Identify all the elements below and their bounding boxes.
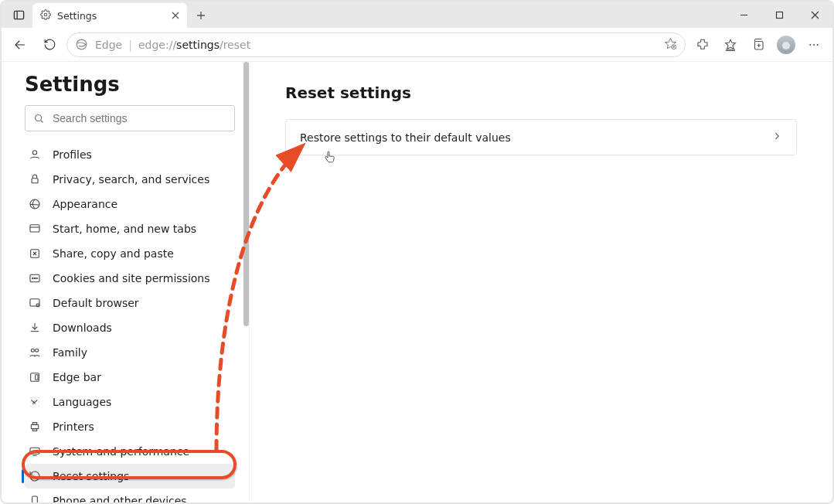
sidebar-item-appearance[interactable]: Appearance [25,192,235,216]
tab-actions-icon[interactable] [11,7,26,22]
sidebar-item-phone-and-other-devices[interactable]: Phone and other devices [25,489,235,502]
settings-main: Reset settings Restore settings to their… [249,62,832,502]
sidebar-scrollbar[interactable] [243,62,249,502]
profile-avatar[interactable] [774,32,798,57]
minimize-button[interactable] [726,2,761,28]
svg-point-26 [36,114,42,121]
favorite-star-icon[interactable] [664,37,677,53]
nav-label: Phone and other devices [53,495,187,502]
nav-label: Printers [53,421,94,433]
svg-line-27 [41,120,43,122]
settings-nav: ProfilesPrivacy, search, and servicesApp… [25,142,235,502]
address-site-label: Edge [95,39,122,51]
restore-defaults-card[interactable]: Restore settings to their default values [285,119,797,155]
extensions-icon[interactable] [690,32,715,57]
svg-point-12 [77,39,87,49]
svg-point-23 [809,43,811,45]
svg-rect-31 [30,225,39,232]
nav-label: Share, copy and paste [53,247,174,260]
svg-point-35 [32,278,33,278]
edge-logo-icon [75,38,89,52]
nav-icon [28,421,42,433]
card-label: Restore settings to their default values [300,131,511,144]
nav-label: Languages [53,396,111,408]
svg-rect-47 [31,424,38,428]
back-button[interactable] [8,32,32,57]
sidebar-item-profiles[interactable]: Profiles [25,142,235,167]
window-controls [726,2,832,28]
nav-label: System and performance [53,445,189,458]
nav-icon [28,445,42,458]
nav-label: Reset settings [53,470,129,482]
svg-rect-8 [776,12,782,18]
nav-icon [28,470,42,482]
favorites-icon[interactable] [718,32,743,57]
sidebar-item-privacy-search-and-services[interactable]: Privacy, search, and services [25,167,235,192]
nav-icon [28,173,42,186]
sidebar-item-system-and-performance[interactable]: System and performance [25,439,235,464]
svg-point-25 [817,43,819,45]
sidebar-item-family[interactable]: Family [25,340,235,365]
svg-rect-29 [32,179,38,183]
search-icon [33,113,45,124]
sidebar-item-default-browser[interactable]: Default browser [25,291,235,315]
svg-point-36 [34,278,35,278]
settings-sidebar: Settings ProfilesPrivacy, search, and se… [2,62,249,502]
refresh-button[interactable] [37,32,62,57]
collections-icon[interactable] [746,32,771,57]
nav-label: Cookies and site permissions [53,272,210,284]
svg-point-2 [44,13,47,16]
sidebar-item-printers[interactable]: Printers [25,414,235,439]
svg-rect-45 [36,375,38,380]
address-url: edge://settings/reset [138,39,250,51]
chevron-right-icon [771,131,782,144]
nav-icon [28,322,42,334]
browser-tab[interactable]: Settings [32,3,187,28]
sidebar-item-edge-bar[interactable]: Edge bar [25,365,235,390]
sidebar-item-share-copy-and-paste[interactable]: Share, copy and paste [25,241,235,266]
svg-rect-50 [30,448,39,454]
close-icon[interactable] [172,9,179,22]
nav-label: Appearance [53,198,117,210]
nav-icon: A [28,396,42,408]
nav-icon [28,495,42,502]
nav-icon [28,247,42,260]
close-window-button[interactable] [797,2,832,28]
sidebar-item-start-home-and-new-tabs[interactable]: Start, home, and new tabs [25,216,235,241]
nav-icon [28,371,42,383]
svg-rect-52 [32,496,38,502]
titlebar: Settings [2,2,832,28]
search-settings-input[interactable] [25,105,235,131]
page-title: Reset settings [285,83,797,102]
svg-point-43 [36,349,39,352]
svg-point-28 [32,151,36,155]
new-tab-button[interactable] [190,5,212,26]
sidebar-item-languages[interactable]: ALanguages [25,390,235,414]
nav-icon [28,223,42,235]
address-bar[interactable]: Edge | edge://settings/reset [66,32,686,57]
nav-label: Privacy, search, and services [53,173,209,186]
svg-rect-48 [32,423,36,425]
sidebar-item-cookies-and-site-permissions[interactable]: Cookies and site permissions [25,266,235,291]
content-area: Settings ProfilesPrivacy, search, and se… [2,62,832,502]
gear-icon [40,9,51,22]
tab-title: Settings [57,10,97,22]
nav-icon [28,198,42,210]
sidebar-item-downloads[interactable]: Downloads [25,315,235,340]
nav-label: Edge bar [53,371,101,383]
search-input-field[interactable] [53,112,226,124]
nav-icon [28,297,42,309]
maximize-button[interactable] [761,2,797,28]
nav-label: Profiles [53,148,92,161]
nav-icon [28,148,42,161]
svg-rect-49 [32,429,36,431]
sidebar-item-reset-settings[interactable]: Reset settings [25,464,235,489]
nav-icon [28,346,42,359]
nav-icon [28,272,42,284]
svg-marker-17 [726,39,736,49]
nav-label: Default browser [53,297,139,309]
toolbar: Edge | edge://settings/reset [2,28,832,62]
svg-text:A: A [32,400,36,405]
svg-point-24 [813,43,815,45]
more-menu-icon[interactable] [802,32,826,57]
